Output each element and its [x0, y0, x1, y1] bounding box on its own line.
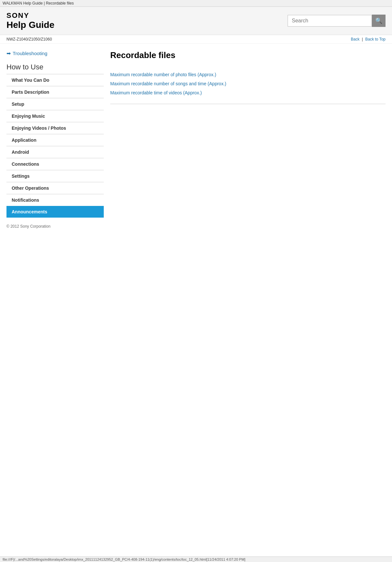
sidebar-item-enjoying-music[interactable]: Enjoying Music — [6, 110, 104, 122]
how-to-use-heading: How to Use — [6, 63, 104, 74]
sidebar-item-announcements[interactable]: Announcements — [6, 206, 104, 218]
search-button[interactable]: 🔍 — [372, 15, 386, 27]
content-divider — [110, 104, 386, 104]
sidebar-item-parts-description[interactable]: Parts Description — [6, 86, 104, 98]
content-links: Maximum recordable number of photo files… — [110, 70, 386, 97]
content-link-0[interactable]: Maximum recordable number of photo files… — [110, 70, 386, 79]
sidebar-item-application[interactable]: Application — [6, 134, 104, 146]
page-heading: Recordable files — [110, 50, 386, 64]
sidebar-item-connections[interactable]: Connections — [6, 158, 104, 170]
nav-links: Back | Back to Top — [351, 37, 386, 42]
sidebar-item-android[interactable]: Android — [6, 146, 104, 158]
troubleshooting-link[interactable]: ➡ Troubleshooting — [6, 50, 104, 56]
search-input[interactable] — [288, 15, 372, 27]
sidebar-item-settings[interactable]: Settings — [6, 170, 104, 182]
header: SONY Help Guide 🔍 — [0, 7, 392, 35]
copyright: © 2012 Sony Corporation — [6, 224, 104, 229]
content-link-2[interactable]: Maximum recordable time of videos (Appro… — [110, 88, 386, 97]
model-number: NWZ-Z1040/Z1050/Z1060 — [6, 37, 52, 42]
sidebar: ➡ Troubleshooting How to Use What You Ca… — [6, 50, 104, 229]
sony-logo: SONY — [6, 11, 54, 20]
sidebar-item-what-you-can-do[interactable]: What You Can Do — [6, 74, 104, 86]
help-guide-title: Help Guide — [6, 20, 54, 30]
nav-bar: NWZ-Z1040/Z1050/Z1060 Back | Back to Top — [0, 35, 392, 44]
troubleshooting-label: Troubleshooting — [13, 51, 47, 56]
search-icon: 🔍 — [375, 17, 382, 24]
sidebar-item-other-operations[interactable]: Other Operations — [6, 182, 104, 194]
logo-area: SONY Help Guide — [6, 11, 54, 30]
back-to-top-link[interactable]: Back to Top — [365, 37, 386, 42]
sidebar-item-notifications[interactable]: Notifications — [6, 194, 104, 206]
nav-separator: | — [362, 37, 363, 42]
content-link-1[interactable]: Maximum recordable number of songs and t… — [110, 79, 386, 88]
search-area: 🔍 — [288, 15, 386, 27]
browser-title: WALKMAN Help Guide | Recordable files — [0, 0, 392, 7]
chevron-icon: ➡ — [6, 50, 11, 56]
sidebar-item-setup[interactable]: Setup — [6, 98, 104, 110]
content-area: Recordable files Maximum recordable numb… — [110, 50, 386, 229]
main-content: ➡ Troubleshooting How to Use What You Ca… — [0, 44, 392, 235]
browser-title-text: WALKMAN Help Guide | Recordable files — [3, 1, 74, 6]
sidebar-item-enjoying-videos--photos[interactable]: Enjoying Videos / Photos — [6, 122, 104, 134]
sidebar-nav: What You Can DoParts DescriptionSetupEnj… — [6, 74, 104, 218]
back-link[interactable]: Back — [351, 37, 360, 42]
